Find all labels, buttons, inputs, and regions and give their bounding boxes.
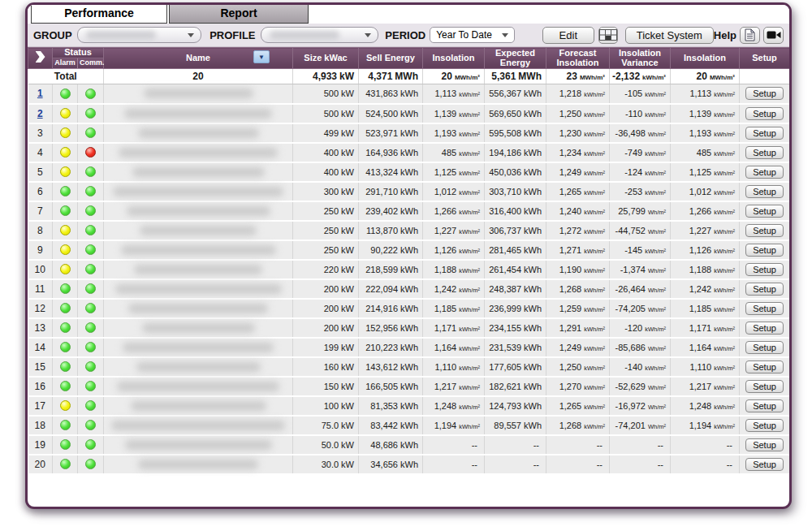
setup-button[interactable]: Setup — [745, 244, 784, 257]
chevron-down-icon — [365, 33, 371, 37]
status-header: Status — [53, 48, 104, 58]
insolation-variance-header: Insolation Variance — [610, 48, 671, 69]
group-value-blur — [86, 31, 156, 40]
setup-button[interactable]: Setup — [745, 341, 784, 354]
ticket-system-button[interactable]: Ticket System — [625, 27, 714, 44]
alarm-status-led — [60, 127, 71, 138]
help-video-button[interactable] — [763, 27, 784, 44]
comm-status-led — [85, 322, 96, 333]
performance-table: Status Name ▼ Size kWac Sell Energy Inso… — [28, 47, 790, 475]
toolbar: GROUP PROFILE PERIOD Year To Date Edit T… — [28, 24, 789, 47]
row-number: 6 — [37, 186, 43, 197]
name-blur — [115, 284, 282, 294]
setup-button[interactable]: Setup — [745, 185, 784, 198]
alarm-status-led — [60, 459, 71, 469]
period-value: Year To Date — [436, 29, 492, 41]
row-number: 8 — [37, 225, 43, 236]
name-sort-button[interactable]: ▼ — [253, 50, 270, 63]
table-header: Status Name ▼ Size kWac Sell Energy Inso… — [28, 48, 790, 69]
tab-performance[interactable]: Performance — [31, 5, 167, 24]
row-number: 13 — [35, 322, 45, 334]
table-row: 3 499kW 523,971kWh 1,193kWh/m² 595,508kW… — [28, 123, 790, 143]
comm-status-led — [85, 186, 96, 196]
setup-button[interactable]: Setup — [745, 419, 784, 432]
setup-button[interactable]: Setup — [745, 205, 784, 218]
setup-button[interactable]: Setup — [745, 399, 784, 412]
table-row: 4 400kW 164,936kWh 485kWh/m² 194,186kWh … — [28, 143, 790, 162]
alarm-status-led — [60, 205, 71, 216]
row-number[interactable]: 2 — [37, 108, 43, 119]
row-number: 5 — [37, 166, 43, 178]
setup-button[interactable]: Setup — [745, 283, 784, 296]
alarm-status-led — [60, 166, 71, 177]
setup-button[interactable]: Setup — [745, 322, 784, 335]
setup-button[interactable]: Setup — [745, 302, 784, 315]
name-blur — [113, 187, 283, 196]
setup-button[interactable]: Setup — [745, 458, 784, 471]
setup-button[interactable]: Setup — [745, 87, 784, 100]
name-blur — [131, 401, 266, 411]
name-blur — [140, 226, 257, 235]
alarm-status-led — [60, 342, 71, 352]
alarm-status-led — [60, 322, 71, 333]
setup-button[interactable]: Setup — [745, 166, 784, 179]
grid-view-button[interactable] — [598, 27, 618, 44]
alarm-status-led — [60, 420, 71, 430]
table-row: 8 250kW 113,870kWh 1,227kWh/m² 306,737kW… — [28, 221, 790, 240]
table-row: 6 300kW 291,710kWh 1,012kWh/m² 303,710kW… — [28, 182, 790, 201]
name-blur — [132, 167, 265, 177]
row-number[interactable]: 1 — [37, 88, 43, 99]
name-blur — [123, 343, 274, 352]
comm-status-led — [85, 205, 96, 216]
name-blur — [138, 460, 258, 469]
table-row: 17 100kW 81,353kWh 1,248kWh/m² 124,793kW… — [28, 396, 790, 416]
name-blur — [138, 128, 259, 138]
profile-dropdown[interactable] — [261, 27, 379, 43]
setup-button[interactable]: Setup — [745, 263, 784, 276]
chevron-down-icon — [188, 33, 194, 37]
comm-status-led — [85, 127, 96, 138]
comm-status-led — [85, 88, 96, 99]
setup-button[interactable]: Setup — [745, 224, 784, 237]
table-row: 13 200kW 152,956kWh 1,171kWh/m² 234,155k… — [28, 318, 790, 338]
edit-button[interactable]: Edit — [542, 27, 594, 44]
table-row: 10 220kW 218,599kWh 1,188kWh/m² 261,454k… — [28, 260, 790, 279]
comm-status-led — [85, 303, 96, 313]
comm-status-led — [85, 108, 96, 119]
help-group: Help — [714, 27, 784, 44]
setup-button[interactable]: Setup — [745, 146, 784, 159]
comm-status-led — [85, 166, 96, 177]
tab-report[interactable]: Report — [169, 5, 309, 24]
table-row: 11 200kW 222,094kWh 1,242kWh/m² 248,387k… — [28, 279, 790, 299]
setup-button[interactable]: Setup — [745, 107, 784, 120]
total-count: 20 — [104, 69, 293, 84]
alarm-status-led — [60, 225, 71, 235]
period-select[interactable]: Year To Date — [430, 27, 515, 43]
row-number: 4 — [37, 147, 43, 158]
comm-status-led — [85, 459, 96, 469]
alarm-status-led — [60, 244, 71, 255]
setup-button[interactable]: Setup — [745, 380, 784, 393]
setup-button[interactable]: Setup — [745, 127, 784, 140]
row-number: 3 — [37, 127, 43, 139]
document-icon — [745, 28, 755, 41]
forecast-insolation-header: Forecast Insolation — [546, 48, 610, 69]
setup-button[interactable]: Setup — [745, 438, 784, 451]
comm-status-led — [85, 342, 96, 352]
alarm-status-led — [60, 400, 71, 411]
row-number: 11 — [35, 283, 45, 295]
profile-label: PROFILE — [209, 29, 255, 41]
table-row: 20 30.0kW 34,656kWh -- -- -- -- -- Setup — [28, 455, 790, 474]
name-blur — [134, 265, 262, 274]
alarm-status-led — [60, 303, 71, 313]
help-label: Help — [714, 29, 736, 41]
setup-button[interactable]: Setup — [745, 360, 784, 373]
video-camera-icon — [767, 30, 781, 40]
name-blur — [136, 362, 261, 372]
comm-status-led — [85, 283, 96, 294]
insolation2-header: Insolation — [671, 48, 740, 69]
help-doc-button[interactable] — [740, 27, 760, 44]
name-blur — [125, 440, 272, 450]
arrow-right-icon — [36, 51, 45, 63]
group-dropdown[interactable] — [77, 27, 202, 43]
